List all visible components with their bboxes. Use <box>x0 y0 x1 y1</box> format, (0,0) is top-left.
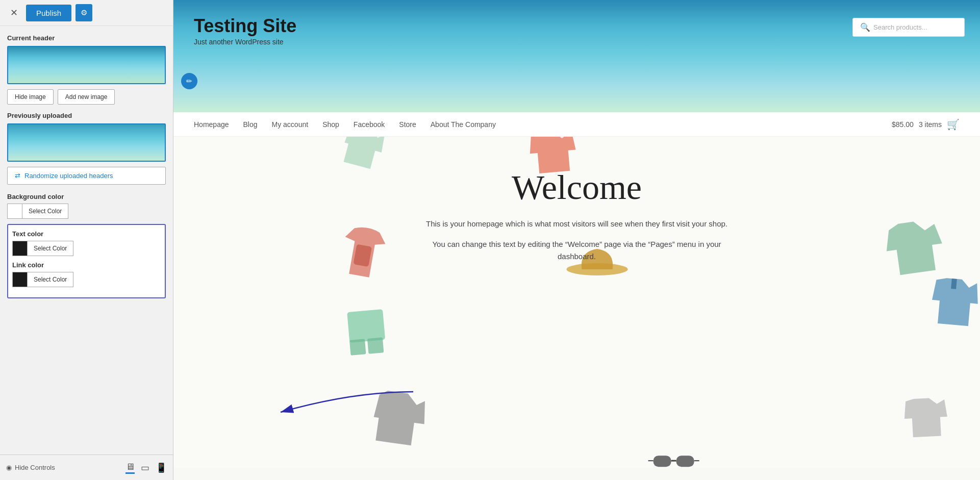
background-color-swatch <box>7 204 22 219</box>
cart-price: $85.00 <box>892 120 914 129</box>
previously-uploaded-title: Previously uploaded <box>7 112 166 119</box>
edit-pencil-button[interactable]: ✏ <box>181 73 197 89</box>
nav-blog[interactable]: Blog <box>243 113 258 136</box>
text-link-color-highlight-box: Text color Select Color Link color Selec… <box>7 224 166 298</box>
customizer-panel: ✕ Publish ⚙ Current header Hide image Ad… <box>0 0 173 480</box>
site-title: Testing Site <box>194 15 296 37</box>
cart-area: $85.00 3 items 🛒 <box>892 118 960 131</box>
hide-controls-button[interactable]: ◉ Hide Controls <box>6 464 55 471</box>
text-color-row: Select Color <box>12 241 161 256</box>
randomize-button[interactable]: ⇄ Randomize uploaded headers <box>7 167 166 185</box>
cart-icon[interactable]: 🛒 <box>947 118 960 131</box>
add-new-image-button[interactable]: Add new image <box>58 89 115 105</box>
site-title-area: Testing Site Just another WordPress site <box>194 15 296 46</box>
current-header-preview <box>7 46 166 84</box>
mobile-device-button[interactable]: 📱 <box>156 462 167 473</box>
site-subtitle: Just another WordPress site <box>194 38 296 46</box>
svg-rect-7 <box>676 456 694 467</box>
panel-content: Current header Hide image Add new image … <box>0 26 173 454</box>
search-area: 🔍 Search products... <box>852 18 965 37</box>
search-box[interactable]: 🔍 Search products... <box>852 18 965 37</box>
nav-facebook[interactable]: Facebook <box>354 113 385 136</box>
background-select-color-button[interactable]: Select Color <box>22 204 68 219</box>
device-icons-group: 🖥 ▭ 📱 <box>125 462 167 474</box>
nav-homepage[interactable]: Homepage <box>194 113 229 136</box>
hide-controls-icon: ◉ <box>6 464 12 471</box>
nav-about-company[interactable]: About The Company <box>431 113 496 136</box>
background-color-title: Background color <box>7 193 166 200</box>
site-main: Welcome This is your homepage which is w… <box>173 137 980 468</box>
hide-image-button[interactable]: Hide image <box>7 89 54 105</box>
close-button[interactable]: ✕ <box>6 5 22 20</box>
publish-button[interactable]: Publish <box>26 5 71 21</box>
nav-shop[interactable]: Shop <box>322 113 339 136</box>
tablet-device-button[interactable]: ▭ <box>141 462 149 473</box>
site-nav: Homepage Blog My account Shop Facebook S… <box>173 112 980 137</box>
bottom-bar: ◉ Hide Controls 🖥 ▭ 📱 <box>0 454 173 480</box>
randomize-label: Randomize uploaded headers <box>24 172 113 180</box>
cart-items: 3 items <box>919 120 942 129</box>
top-bar: ✕ Publish ⚙ <box>0 0 173 26</box>
text-color-swatch <box>12 241 28 256</box>
svg-rect-6 <box>654 456 671 467</box>
link-color-row: Select Color <box>12 272 161 287</box>
search-icon: 🔍 <box>860 22 870 32</box>
nav-store[interactable]: Store <box>399 113 416 136</box>
nav-my-account[interactable]: My account <box>272 113 309 136</box>
nav-links: Homepage Blog My account Shop Facebook S… <box>194 113 496 136</box>
welcome-title: Welcome <box>184 167 970 208</box>
link-color-title: Link color <box>12 261 161 269</box>
hide-controls-label: Hide Controls <box>15 464 55 471</box>
svg-rect-3 <box>347 309 385 343</box>
desktop-device-button[interactable]: 🖥 <box>125 462 135 474</box>
welcome-section: Welcome This is your homepage which is w… <box>173 137 980 286</box>
background-color-section: Background color Select Color <box>7 193 166 219</box>
link-select-color-button[interactable]: Select Color <box>28 272 73 287</box>
current-header-title: Current header <box>7 34 166 42</box>
link-color-swatch <box>12 272 28 287</box>
svg-rect-5 <box>367 337 384 354</box>
text-color-title: Text color <box>12 230 161 238</box>
previously-uploaded-preview <box>7 123 166 162</box>
site-header: Testing Site Just another WordPress site… <box>173 0 980 112</box>
text-select-color-button[interactable]: Select Color <box>28 241 73 256</box>
background-color-row: Select Color <box>7 204 166 219</box>
welcome-desc1: This is your homepage which is what most… <box>424 218 730 230</box>
gear-button[interactable]: ⚙ <box>76 4 92 21</box>
search-placeholder: Search products... <box>873 23 927 31</box>
site-preview: Testing Site Just another WordPress site… <box>173 0 980 480</box>
arrow-annotation <box>260 387 423 427</box>
image-btn-row: Hide image Add new image <box>7 89 166 105</box>
svg-rect-4 <box>349 339 366 356</box>
link-color-section: Link color Select Color <box>12 261 161 287</box>
text-color-section: Text color Select Color <box>12 230 161 256</box>
welcome-desc2: You can change this text by editing the … <box>424 238 730 263</box>
randomize-icon: ⇄ <box>15 172 20 180</box>
